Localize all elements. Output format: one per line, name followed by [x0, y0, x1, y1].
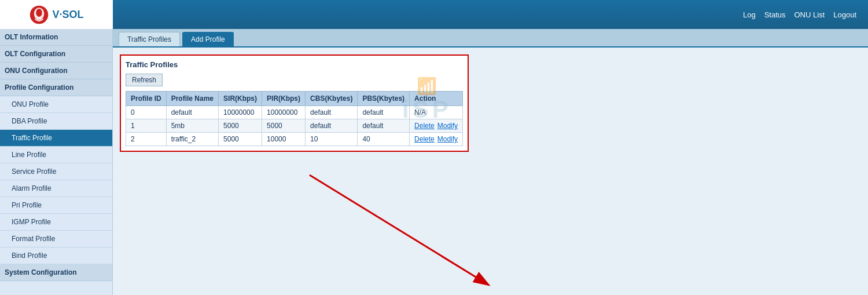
sidebar-item-profile-configuration[interactable]: Profile Configuration — [0, 79, 112, 96]
sidebar-item-igmp-profile[interactable]: IGMP Profile — [0, 214, 112, 231]
logout-link[interactable]: Logout — [833, 10, 856, 19]
main-content: Traffic Profiles Add Profile 📶 iSP Traff… — [113, 29, 868, 295]
table-row: 2traffic_25000100001040DeleteModify — [126, 133, 463, 146]
cell-3: 10000000 — [262, 106, 306, 119]
header-nav: Log Status ONU List Logout — [743, 10, 856, 19]
col-cbs: CBS(Kbytes) — [306, 92, 358, 106]
sidebar: OLT Information OLT Configuration ONU Co… — [0, 29, 113, 295]
col-sir: SIR(Kbps) — [219, 92, 262, 106]
log-link[interactable]: Log — [743, 10, 756, 19]
cell-2: 10000000 — [219, 106, 262, 119]
delete-link[interactable]: Delete — [414, 135, 435, 143]
cell-4: default — [306, 119, 358, 133]
cell-3: 10000 — [262, 133, 306, 146]
status-link[interactable]: Status — [764, 10, 786, 19]
sidebar-item-dba-profile[interactable]: DBA Profile — [0, 113, 112, 130]
isp-watermark: 📶 iSP — [402, 77, 452, 123]
col-profile-id: Profile ID — [126, 92, 167, 106]
cell-0: 0 — [126, 106, 167, 119]
col-pir: PIR(Kbps) — [262, 92, 306, 106]
col-profile-name: Profile Name — [166, 92, 218, 106]
sidebar-item-olt-information[interactable]: OLT Information — [0, 29, 112, 46]
cell-1: 5mb — [166, 119, 218, 133]
sidebar-item-olt-configuration[interactable]: OLT Configuration — [0, 46, 112, 63]
sidebar-item-line-profile[interactable]: Line Profile — [0, 147, 112, 163]
vsol-logo-icon — [29, 5, 49, 25]
svg-point-2 — [36, 9, 43, 17]
cell-action: DeleteModify — [410, 133, 463, 146]
cell-3: 5000 — [262, 119, 306, 133]
tab-add-profile[interactable]: Add Profile — [182, 32, 234, 46]
sidebar-item-onu-profile[interactable]: ONU Profile — [0, 96, 112, 113]
onu-list-link[interactable]: ONU List — [795, 10, 825, 19]
sidebar-item-onu-configuration[interactable]: ONU Configuration — [0, 63, 112, 79]
cell-0: 1 — [126, 119, 167, 133]
sidebar-item-format-profile[interactable]: Format Profile — [0, 231, 112, 247]
logo-container: V·SOL — [0, 0, 113, 29]
sidebar-item-system-configuration[interactable]: System Configuration — [0, 264, 112, 281]
cell-4: default — [306, 106, 358, 119]
cell-2: 5000 — [219, 133, 262, 146]
content-area: 📶 iSP Traffic Profiles Refresh Profile I… — [113, 48, 868, 159]
cell-2: 5000 — [219, 119, 262, 133]
sidebar-item-alarm-profile[interactable]: Alarm Profile — [0, 180, 112, 197]
tab-bar: Traffic Profiles Add Profile — [113, 29, 868, 48]
refresh-button[interactable]: Refresh — [126, 74, 163, 86]
cell-5: 40 — [358, 133, 410, 146]
sidebar-item-bind-profile[interactable]: Bind Profile — [0, 247, 112, 264]
modify-link[interactable]: Modify — [437, 135, 458, 143]
logo-text: V·SOL — [52, 9, 83, 21]
profiles-box-title: Traffic Profiles — [126, 60, 463, 69]
cell-0: 2 — [126, 133, 167, 146]
tab-traffic-profiles[interactable]: Traffic Profiles — [119, 32, 180, 46]
cell-1: traffic_2 — [166, 133, 218, 146]
sidebar-item-traffic-profile[interactable]: Traffic Profile — [0, 130, 112, 147]
cell-1: default — [166, 106, 218, 119]
sidebar-item-pri-profile[interactable]: Pri Profile — [0, 197, 112, 214]
svg-line-4 — [310, 175, 489, 285]
sidebar-item-service-profile[interactable]: Service Profile — [0, 163, 112, 180]
cell-4: 10 — [306, 133, 358, 146]
